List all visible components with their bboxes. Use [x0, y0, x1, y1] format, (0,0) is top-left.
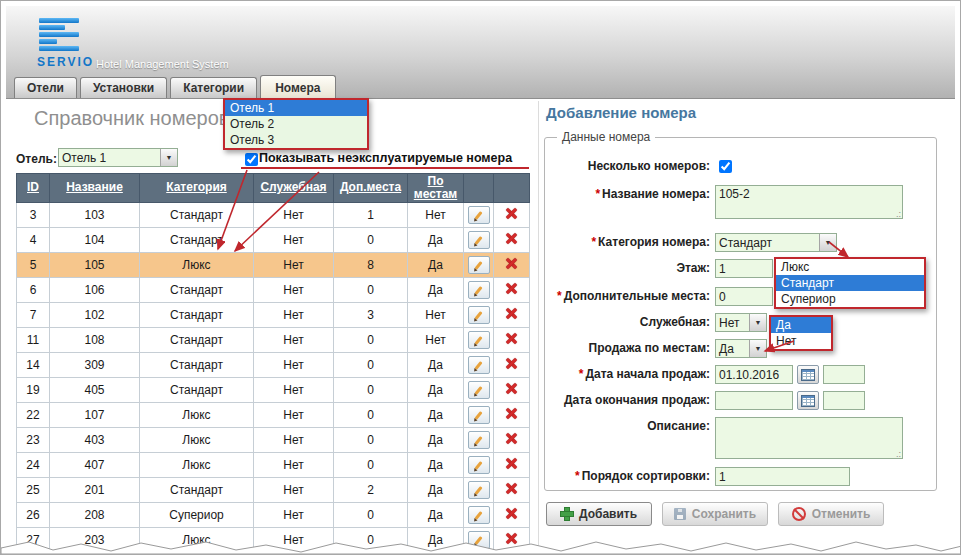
table-row[interactable]: 11108СтандартНет0Нет: [17, 328, 530, 353]
delete-icon[interactable]: [505, 257, 518, 270]
date-end-input[interactable]: [715, 391, 793, 410]
chevron-down-icon[interactable]: ▼: [749, 314, 766, 331]
table-row[interactable]: 14309СтандартНет0Да: [17, 353, 530, 378]
column-header-1[interactable]: Название: [50, 174, 140, 203]
cell-by-places: Да: [408, 228, 464, 253]
edit-icon[interactable]: [468, 481, 490, 499]
column-header-3[interactable]: Служебная: [254, 174, 334, 203]
edit-icon[interactable]: [468, 456, 490, 474]
sort-order-input[interactable]: [715, 467, 850, 486]
app-subtitle: Hotel Management System: [96, 58, 229, 70]
cell-name: 309: [50, 353, 140, 378]
delete-icon[interactable]: [505, 357, 518, 370]
room-name-textarea[interactable]: 105-2: [715, 185, 903, 219]
cell-extra-places: 3: [334, 303, 408, 328]
table-row[interactable]: 23403ЛюксНет0Да: [17, 428, 530, 453]
table-row[interactable]: 24407ЛюксНет0Да: [17, 453, 530, 478]
table-row[interactable]: 26208СупериорНет0Да: [17, 503, 530, 528]
delete-icon[interactable]: [505, 507, 518, 520]
show-unused-label: Показывать неэксплуатируемые номера: [259, 151, 512, 165]
chevron-down-icon[interactable]: ▼: [749, 340, 766, 357]
column-header-actions: [494, 174, 530, 203]
edit-icon[interactable]: [468, 306, 490, 324]
edit-icon[interactable]: [468, 331, 490, 349]
tab-categories[interactable]: Категории: [170, 77, 257, 98]
delete-icon[interactable]: [505, 407, 518, 420]
delete-icon[interactable]: [505, 307, 518, 320]
multiple-rooms-checkbox[interactable]: [719, 160, 732, 173]
tab-settings[interactable]: Установки: [80, 77, 167, 98]
dropdown-option[interactable]: Стандарт: [776, 275, 924, 291]
edit-cell: [464, 453, 494, 478]
delete-icon[interactable]: [505, 207, 518, 220]
cell-name: 405: [50, 378, 140, 403]
tab-rooms[interactable]: Номера: [260, 75, 335, 99]
chevron-down-icon[interactable]: ▼: [819, 234, 836, 251]
delete-icon[interactable]: [505, 482, 518, 495]
edit-icon[interactable]: [468, 431, 490, 449]
dropdown-option[interactable]: Отель 3: [225, 132, 367, 148]
form-row-date-start: *Дата начала продаж:: [546, 365, 938, 384]
column-header-0[interactable]: ID: [17, 174, 50, 203]
sale-by-places-select[interactable]: Да ▼: [715, 339, 767, 358]
description-textarea[interactable]: [715, 417, 903, 459]
chevron-down-icon[interactable]: ▼: [160, 149, 177, 166]
table-row[interactable]: 25201СтандартНет2Да: [17, 478, 530, 503]
edit-icon[interactable]: [468, 381, 490, 399]
extra-places-input[interactable]: [715, 287, 773, 306]
edit-icon[interactable]: [468, 231, 490, 249]
table-row[interactable]: 4104СтандартНет0Да: [17, 228, 530, 253]
edit-icon[interactable]: [468, 256, 490, 274]
date-start-extra-input[interactable]: [823, 365, 865, 384]
edit-icon[interactable]: [468, 281, 490, 299]
dropdown-option[interactable]: Отель 1: [225, 100, 367, 116]
service-select[interactable]: Нет ▼: [715, 313, 767, 332]
delete-icon[interactable]: [505, 282, 518, 295]
delete-icon[interactable]: [505, 457, 518, 470]
delete-icon[interactable]: [505, 432, 518, 445]
calendar-button[interactable]: [797, 365, 819, 384]
page-title: Справочник номеров: [34, 107, 229, 130]
tab-hotels[interactable]: Отели: [14, 77, 77, 98]
table-row[interactable]: 6106СтандартНет0Да: [17, 278, 530, 303]
category-select[interactable]: Стандарт ▼: [715, 233, 837, 252]
table-row[interactable]: 19405СтандартНет0Да: [17, 378, 530, 403]
edit-icon[interactable]: [468, 506, 490, 524]
delete-icon[interactable]: [505, 332, 518, 345]
edit-icon[interactable]: [468, 406, 490, 424]
tab-bar: Отели Установки Категории Номера: [14, 77, 339, 98]
dropdown-option[interactable]: Супериор: [776, 291, 924, 307]
calendar-button[interactable]: [797, 391, 819, 410]
dropdown-option[interactable]: Нет: [771, 333, 831, 349]
category-select-value: Стандарт: [716, 236, 819, 250]
floor-input[interactable]: [715, 259, 773, 278]
dropdown-option[interactable]: Отель 2: [225, 116, 367, 132]
show-unused-checkbox[interactable]: [245, 153, 258, 166]
date-start-input[interactable]: [715, 365, 793, 384]
table-row[interactable]: 3103СтандартНет1Нет: [17, 203, 530, 228]
delete-cell: [494, 353, 530, 378]
table-row[interactable]: 22107ЛюксНет0Да: [17, 403, 530, 428]
column-header-2[interactable]: Категория: [140, 174, 254, 203]
delete-icon[interactable]: [505, 382, 518, 395]
cell-category: Люкс: [140, 403, 254, 428]
dropdown-option[interactable]: Да: [771, 317, 831, 333]
table-row[interactable]: 27203ЛюксНет0Да: [17, 528, 530, 553]
delete-icon[interactable]: [505, 232, 518, 245]
add-button[interactable]: Добавить: [546, 502, 652, 526]
edit-icon[interactable]: [468, 531, 490, 549]
column-header-5[interactable]: По местам: [408, 174, 464, 203]
date-end-extra-input[interactable]: [823, 391, 865, 410]
table-row[interactable]: 5105ЛюксНет8Да: [17, 253, 530, 278]
cell-id: 23: [17, 428, 50, 453]
edit-icon[interactable]: [468, 206, 490, 224]
cell-by-places: Нет: [408, 303, 464, 328]
edit-icon[interactable]: [468, 356, 490, 374]
hotel-select[interactable]: Отель 1 ▼: [58, 148, 178, 167]
dropdown-option[interactable]: Люкс: [776, 259, 924, 275]
category-dropdown-list: ЛюксСтандартСупериор: [774, 257, 926, 309]
column-header-4[interactable]: Доп.места: [334, 174, 408, 203]
table-row[interactable]: 7102СтандартНет3Нет: [17, 303, 530, 328]
delete-icon[interactable]: [505, 532, 518, 545]
cell-by-places: Да: [408, 453, 464, 478]
